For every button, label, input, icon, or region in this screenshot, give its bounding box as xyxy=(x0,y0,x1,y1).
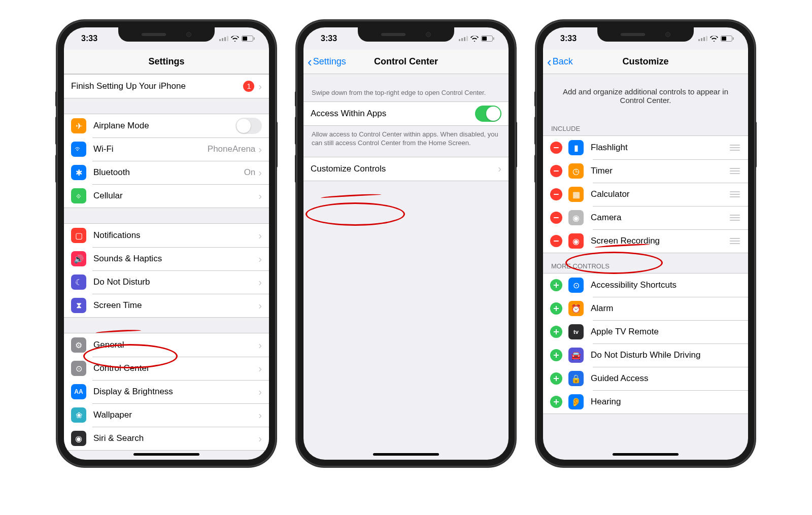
screen-control-center: 3:33 ‹ Settings Control Center Swipe dow… xyxy=(303,27,509,460)
add-button[interactable] xyxy=(550,326,562,338)
nav-back-button[interactable]: ‹ Settings xyxy=(308,55,346,68)
nav-title: Settings xyxy=(148,56,184,67)
wifi-icon xyxy=(231,36,239,42)
toggle-access-within-apps[interactable] xyxy=(475,106,501,122)
reorder-handle[interactable] xyxy=(730,215,741,221)
reorder-handle[interactable] xyxy=(730,238,741,244)
nav-back-label: Settings xyxy=(313,56,346,67)
remove-button[interactable] xyxy=(550,235,562,247)
row-wi-fi[interactable]: ᯤWi-FiPhoneArena› xyxy=(64,138,269,161)
row-guided-access[interactable]: 🔒Guided Access xyxy=(543,367,748,390)
remove-button[interactable] xyxy=(550,212,562,224)
row-bluetooth[interactable]: ✱BluetoothOn› xyxy=(64,161,269,184)
chevron-icon: › xyxy=(498,163,501,175)
nav-title: Customize xyxy=(622,56,668,67)
row-do-not-disturb-while-driving[interactable]: 🚘Do Not Disturb While Driving xyxy=(543,344,748,367)
row-control-center[interactable]: ⊙Control Center› xyxy=(64,357,269,380)
row-label: Hearing xyxy=(591,397,741,407)
chevron-icon: › xyxy=(258,253,262,265)
row-alarm[interactable]: ⏰Alarm xyxy=(543,297,748,320)
row-accessibility-shortcuts[interactable]: ⊙Accessibility Shortcuts xyxy=(543,273,748,297)
row-label: Do Not Disturb xyxy=(93,277,258,287)
status-icons xyxy=(219,36,255,42)
status-time: 3:33 xyxy=(321,34,337,43)
row-sounds-haptics[interactable]: 🔊Sounds & Haptics› xyxy=(64,247,269,270)
row-calculator[interactable]: ▦Calculator xyxy=(543,183,748,206)
home-indicator[interactable] xyxy=(133,453,199,456)
row-label: Camera xyxy=(591,213,730,223)
row-airplane-mode[interactable]: ✈Airplane Mode xyxy=(64,114,269,138)
add-button[interactable] xyxy=(550,302,562,315)
row-wallpaper[interactable]: ❀Wallpaper› xyxy=(64,403,269,427)
battery-icon xyxy=(721,36,734,42)
row-label: Cellular xyxy=(93,191,258,201)
reorder-handle[interactable] xyxy=(730,191,741,197)
row-screen-time[interactable]: ⧗Screen Time› xyxy=(64,294,269,317)
chevron-icon: › xyxy=(258,363,262,374)
annotation-circle xyxy=(306,202,405,226)
add-button[interactable] xyxy=(550,396,562,408)
row-label: Control Center xyxy=(93,363,258,373)
battery-icon xyxy=(481,36,494,42)
timer-icon: ◷ xyxy=(568,163,584,179)
row-flashlight[interactable]: ▮Flashlight xyxy=(543,136,748,159)
row-label: Display & Brightness xyxy=(93,387,258,397)
row-access-within-apps[interactable]: Access Within Apps xyxy=(303,102,509,125)
row-display-brightness[interactable]: AADisplay & Brightness› xyxy=(64,380,269,403)
add-button[interactable] xyxy=(550,349,562,361)
screen-settings: 3:33 Settings Finish Setting Up Your iPh… xyxy=(64,27,269,460)
airplane-icon: ✈ xyxy=(71,118,86,133)
row-label: Screen Time xyxy=(93,300,258,311)
row-label: Wi-Fi xyxy=(93,144,208,154)
remove-button[interactable] xyxy=(550,142,562,154)
remove-button[interactable] xyxy=(550,188,562,200)
home-indicator[interactable] xyxy=(613,453,679,456)
camera-icon: ◉ xyxy=(568,210,584,225)
svg-rect-4 xyxy=(482,37,487,41)
row-screen-recording[interactable]: ◉Screen Recording xyxy=(543,229,748,253)
nav-bar: ‹ Back Customize xyxy=(543,50,748,74)
tv-icon: tv xyxy=(568,324,584,339)
row-timer[interactable]: ◷Timer xyxy=(543,159,748,183)
row-label: Accessibility Shortcuts xyxy=(591,280,741,290)
chevron-icon: › xyxy=(258,144,262,155)
nav-back-label: Back xyxy=(553,56,573,67)
row-label: Wallpaper xyxy=(93,410,258,420)
toggle[interactable] xyxy=(235,118,262,134)
row-label: Guided Access xyxy=(591,373,741,384)
svg-rect-8 xyxy=(733,38,734,40)
reorder-handle[interactable] xyxy=(730,168,741,174)
add-button[interactable] xyxy=(550,279,562,291)
hourglass-icon: ⧗ xyxy=(71,298,86,313)
row-label: Screen Recording xyxy=(591,236,730,246)
reorder-handle[interactable] xyxy=(730,145,741,151)
row-camera[interactable]: ◉Camera xyxy=(543,206,748,229)
row-value: PhoneArena xyxy=(208,144,256,154)
svg-rect-1 xyxy=(243,37,247,41)
flower-icon: ❀ xyxy=(71,407,86,423)
row-label: Do Not Disturb While Driving xyxy=(591,350,741,360)
add-button[interactable] xyxy=(550,372,562,385)
moon-icon: ☾ xyxy=(71,274,86,290)
remove-button[interactable] xyxy=(550,165,562,177)
row-label: Notifications xyxy=(93,230,258,241)
row-apple-tv-remote[interactable]: tvApple TV Remote xyxy=(543,320,748,344)
row-finish-setup[interactable]: Finish Setting Up Your iPhone 1 › xyxy=(64,75,269,98)
row-do-not-disturb[interactable]: ☾Do Not Disturb› xyxy=(64,270,269,294)
row-siri-search[interactable]: ◉Siri & Search› xyxy=(64,427,269,450)
row-label: Customize Controls xyxy=(311,164,498,174)
row-customize-controls[interactable]: Customize Controls › xyxy=(303,157,509,181)
row-notifications[interactable]: ▢Notifications› xyxy=(64,224,269,247)
row-hearing[interactable]: 👂Hearing xyxy=(543,390,748,414)
gear-icon: ⚙ xyxy=(71,337,86,353)
section-header-more: More Controls xyxy=(543,253,748,273)
row-label: Access Within Apps xyxy=(311,109,475,119)
alarm-icon: ⏰ xyxy=(568,301,584,316)
nav-back-button[interactable]: ‹ Back xyxy=(547,55,573,68)
bell-icon: ▢ xyxy=(71,228,86,243)
home-indicator[interactable] xyxy=(373,453,439,456)
svg-rect-2 xyxy=(254,38,255,40)
row-general[interactable]: ⚙General› xyxy=(64,333,269,357)
row-label: Calculator xyxy=(591,189,730,199)
row-cellular[interactable]: ⟐Cellular› xyxy=(64,184,269,208)
